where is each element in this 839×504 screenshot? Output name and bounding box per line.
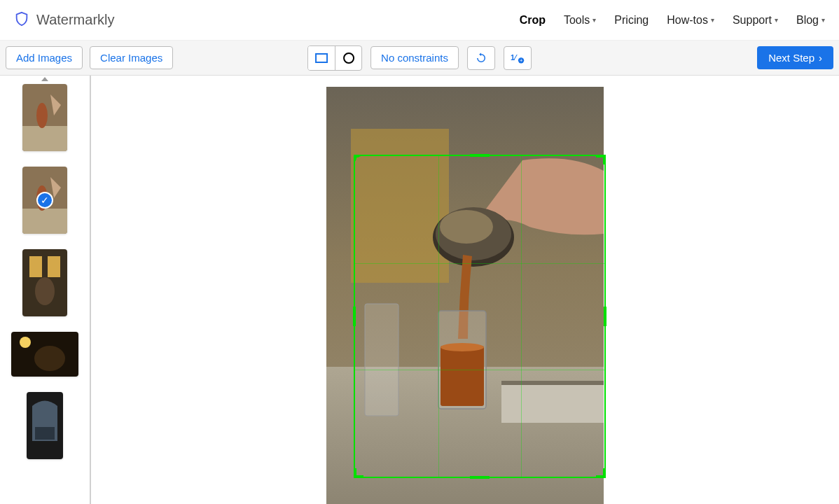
chevron-down-icon: ▾ [711,16,714,24]
rotate-icon [475,52,487,64]
crop-handle-l[interactable] [353,307,356,326]
nav-tools[interactable]: Tools▾ [564,14,596,27]
chevron-down-icon: ▾ [592,16,596,24]
crop-handle-br[interactable] [596,468,606,478]
svg-text:+: + [520,57,523,63]
logo[interactable]: Watermarkly [14,11,114,29]
svg-point-12 [35,277,55,305]
svg-point-5 [36,103,48,128]
toolbar: Add Images Clear Images No constraints 1… [0,41,839,76]
constraints-dropdown[interactable]: No constraints [370,46,459,69]
crop-handle-b[interactable] [470,476,490,479]
main-nav: Crop Tools▾ Pricing How-tos▾ Support▾ Bl… [520,14,825,27]
rotate-button[interactable] [467,46,495,70]
rectangle-icon [315,53,328,63]
nav-pricing[interactable]: Pricing [614,14,649,27]
thumbnail-4[interactable] [11,332,78,377]
crop-handle-r[interactable] [604,307,606,326]
thumbnail-sidebar: ✓ [0,76,91,504]
crop-selection[interactable] [354,155,606,478]
selected-check-icon: ✓ [36,192,53,209]
svg-rect-7 [22,209,67,234]
crop-shape-group [307,46,362,71]
svg-text:1⁄: 1⁄ [511,53,518,62]
clear-images-button[interactable]: Clear Images [90,46,173,69]
crop-handle-t[interactable] [470,154,490,157]
chevron-right-icon: › [819,52,822,64]
svg-rect-4 [22,126,67,151]
nav-crop[interactable]: Crop [520,14,546,27]
crop-handle-tr[interactable] [596,155,606,164]
svg-rect-17 [35,427,55,440]
thumbnail-2[interactable]: ✓ [22,167,67,234]
nav-blog[interactable]: Blog▾ [796,14,825,27]
thumbnail-5[interactable] [27,392,63,459]
toolbar-center: No constraints 1⁄+ [307,46,532,71]
crop-grid-line [438,156,439,477]
canvas-area [91,76,839,504]
crop-grid-line [521,156,522,477]
svg-point-14 [20,337,31,348]
circle-crop-button[interactable] [335,46,361,70]
thumbnail-1[interactable] [22,84,67,151]
svg-rect-11 [48,256,60,277]
add-images-button[interactable]: Add Images [6,46,83,69]
crop-preset-icon: 1⁄+ [511,52,525,64]
app-header: Watermarkly Crop Tools▾ Pricing How-tos▾… [0,0,839,41]
svg-point-15 [34,346,65,371]
circle-icon [343,52,354,64]
shield-icon [14,11,29,29]
crop-grid-line [355,370,604,370]
nav-support[interactable]: Support▾ [733,14,778,27]
thumbnail-3[interactable] [22,249,67,316]
next-step-button[interactable]: Next Step › [757,46,833,69]
crop-grid-line [355,263,604,264]
crop-preset-button[interactable]: 1⁄+ [504,46,532,70]
brand-name: Watermarkly [36,12,114,28]
chevron-down-icon: ▾ [775,16,778,24]
main-area: ✓ [0,76,839,504]
image-container[interactable] [326,87,604,504]
chevron-down-icon: ▾ [821,16,825,24]
svg-rect-10 [29,256,42,277]
crop-handle-bl[interactable] [354,468,363,478]
rectangle-crop-button[interactable] [308,46,335,70]
nav-howtos[interactable]: How-tos▾ [667,14,714,27]
crop-handle-tl[interactable] [354,155,363,164]
